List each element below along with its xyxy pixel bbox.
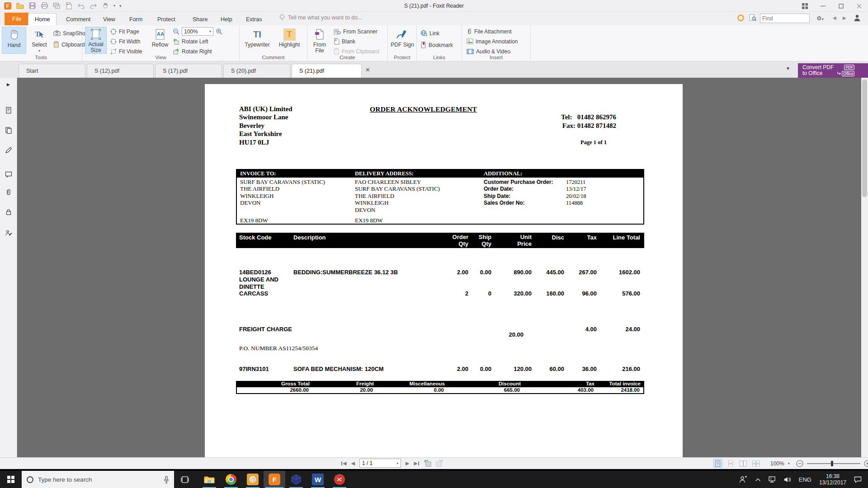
redo-icon[interactable] (89, 2, 97, 10)
close-button[interactable] (850, 0, 868, 12)
pdf-page[interactable]: ABI (UK) Limited Swinemoor Lane Beverley… (205, 84, 683, 457)
select-button[interactable]: T Select ▾ (27, 27, 52, 54)
rotate-view-left-icon[interactable] (424, 459, 431, 468)
vertical-scrollbar[interactable] (861, 78, 868, 457)
pdf-sign-button[interactable]: PDF Sign (390, 27, 415, 54)
foxit-reader-icon[interactable]: F (264, 471, 285, 488)
zoom-slider[interactable] (807, 463, 860, 464)
tell-me-box[interactable]: Tell me what you want to do... (279, 14, 363, 21)
save-icon[interactable] (28, 2, 36, 10)
open-file-icon[interactable] (16, 2, 24, 10)
highlight-button[interactable]: T Highlight (276, 27, 303, 54)
digital-signatures-icon[interactable] (3, 228, 14, 239)
customize-quick-access-icon[interactable]: ▾ (119, 4, 121, 8)
outlook-icon[interactable] (242, 471, 264, 488)
maximize-button[interactable] (832, 0, 850, 12)
tab-list-dropdown-icon[interactable]: ▼ (786, 66, 790, 71)
doc-tab-s20[interactable]: S (20).pdf (223, 64, 290, 78)
find-box[interactable] (760, 14, 810, 23)
volume-icon[interactable] (780, 471, 795, 488)
foxit-logo-icon[interactable]: F (4, 2, 12, 10)
clock[interactable]: 16:38 13/12/2017 (815, 471, 850, 488)
zoom-in-icon[interactable] (216, 28, 222, 35)
single-page-view-icon[interactable] (713, 459, 722, 468)
action-center-icon[interactable] (850, 471, 868, 488)
user-account-icon[interactable] (854, 14, 861, 22)
file-explorer-icon[interactable] (198, 471, 220, 488)
tab-extras[interactable]: Extras (240, 13, 268, 25)
search-document-icon[interactable] (749, 14, 756, 21)
app-cube-icon[interactable] (285, 471, 307, 488)
chrome-icon[interactable] (220, 471, 242, 488)
tab-home[interactable]: Home (28, 13, 57, 25)
hand-tool-quick-icon[interactable] (101, 2, 109, 10)
assistant-icon[interactable] (737, 14, 744, 21)
first-page-icon[interactable]: ◀ (341, 459, 346, 468)
tab-help[interactable]: Help (214, 13, 239, 25)
previous-page-icon[interactable]: ◀ (351, 459, 354, 468)
settings-gear-icon[interactable]: ⚙▾ (816, 15, 824, 22)
image-annotation-button[interactable]: Image Annotation (467, 37, 518, 46)
zoom-in-status-icon[interactable] (864, 460, 868, 467)
word-icon[interactable]: W (307, 471, 329, 488)
zoom-level-combo[interactable]: 100%▾ (182, 27, 213, 36)
last-page-icon[interactable]: ▶ (414, 459, 419, 468)
print-icon[interactable] (40, 2, 48, 10)
tab-form[interactable]: Form (123, 13, 149, 25)
from-scanner-button[interactable]: From Scanner (334, 27, 379, 36)
bookmarks-panel-icon[interactable] (3, 105, 14, 116)
hand-tool-dropdown-icon[interactable]: ▾ (113, 4, 115, 8)
task-view-button[interactable] (174, 471, 196, 488)
microphone-icon[interactable] (164, 476, 169, 483)
new-document-icon[interactable]: * (65, 2, 73, 10)
network-icon[interactable] (764, 471, 780, 488)
typewriter-button[interactable]: TI Typewriter (242, 27, 272, 54)
bookmark-button[interactable]: Bookmark (420, 41, 453, 49)
page-number-combo[interactable]: 1 / 1▾ (359, 459, 401, 468)
tab-view[interactable]: View (97, 13, 122, 25)
start-button[interactable] (0, 471, 22, 488)
app-red-icon[interactable] (329, 471, 350, 488)
doc-tab-s17[interactable]: S (17).pdf (155, 64, 222, 78)
comments-panel-icon[interactable] (3, 169, 14, 180)
reflow-button[interactable]: AA Reflow (150, 27, 170, 54)
zoom-slider-handle[interactable] (831, 461, 833, 466)
find-previous-icon[interactable]: ◀ (833, 15, 836, 20)
undo-icon[interactable] (77, 2, 85, 10)
tab-share[interactable]: Share (186, 13, 214, 25)
file-attachment-button[interactable]: File Attachment (467, 27, 518, 36)
layout-grid-icon[interactable] (796, 0, 814, 12)
actual-size-button[interactable]: Actual Size (85, 27, 107, 54)
link-button[interactable]: Link (420, 29, 453, 38)
tab-file[interactable]: File (5, 13, 29, 25)
convert-pdf-to-office-button[interactable]: Convert PDF to Office PDF Office (798, 63, 868, 78)
rotate-left-button[interactable]: Rotate Left (173, 37, 222, 46)
show-hidden-icons-icon[interactable] (751, 471, 764, 488)
minimize-button[interactable] (814, 0, 832, 12)
security-panel-icon[interactable] (3, 206, 14, 217)
taskbar-search-box[interactable]: Type here to search (22, 471, 174, 488)
tab-comment[interactable]: Comment (60, 13, 97, 25)
language-indicator[interactable]: ENG (795, 471, 815, 488)
print-current-page-icon[interactable] (52, 2, 61, 10)
find-next-icon[interactable]: ▶ (843, 15, 846, 20)
next-page-icon[interactable]: ▶ (406, 459, 409, 468)
doc-tab-start[interactable]: Start (19, 64, 85, 78)
page-thumbnails-icon[interactable] (3, 125, 14, 136)
attachments-panel-icon[interactable] (3, 187, 14, 197)
close-document-icon[interactable]: ✕ (365, 67, 370, 73)
blank-button[interactable]: * Blank (334, 37, 379, 46)
zoom-out-icon[interactable] (173, 28, 179, 35)
fit-page-button[interactable]: Fit Page (110, 27, 142, 36)
hand-button[interactable]: Hand (2, 27, 26, 54)
doc-tab-s21-active[interactable]: S (21).pdf (292, 64, 362, 78)
tab-protect[interactable]: Protect (151, 13, 182, 25)
expand-panel-icon[interactable]: ▶ (7, 82, 10, 87)
scrollbar-thumb[interactable] (862, 80, 867, 197)
fit-width-button[interactable]: Fit Width (110, 37, 142, 46)
annotations-panel-icon[interactable] (3, 145, 14, 155)
zoom-out-status-icon[interactable] (796, 460, 803, 467)
doc-tab-s12[interactable]: S (12).pdf (87, 64, 154, 78)
status-zoom-caret-icon[interactable]: ▾ (788, 461, 790, 465)
people-icon[interactable] (736, 471, 751, 488)
